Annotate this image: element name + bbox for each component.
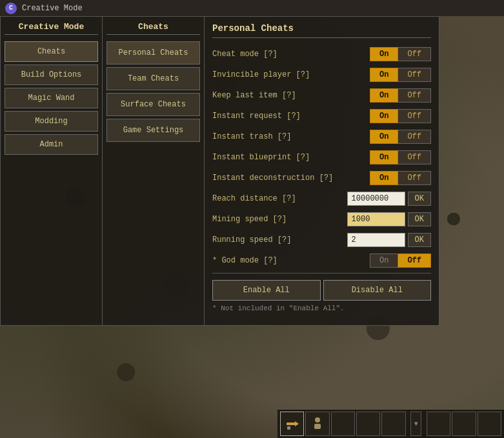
nav-admin[interactable]: Admin xyxy=(5,134,98,155)
toggle-instant-deconstruction-on[interactable]: On xyxy=(370,171,398,185)
toggle-keep-last-on[interactable]: On xyxy=(370,88,398,103)
input-group-mining: OK xyxy=(347,212,431,226)
toggle-keep-last-off[interactable]: Off xyxy=(398,88,431,103)
cheats-team[interactable]: Team Cheats xyxy=(106,67,200,90)
label-mining-speed: Mining speed [?] xyxy=(212,215,347,224)
ok-mining-speed[interactable]: OK xyxy=(408,212,431,226)
svg-marker-1 xyxy=(295,421,299,426)
toolbar-icon-7 xyxy=(455,415,473,433)
cheats-surface[interactable]: Surface Cheats xyxy=(106,93,200,116)
toolbar-slot-7[interactable] xyxy=(452,412,476,436)
toggle-instant-blueprint-off[interactable]: Off xyxy=(398,150,431,164)
nav-build-options[interactable]: Build Options xyxy=(5,65,98,85)
option-instant-trash: Instant trash [?] On Off xyxy=(212,128,431,145)
toggle-instant-deconstruction: On Off xyxy=(370,171,431,185)
option-god-mode: * God mode [?] On Off xyxy=(212,252,431,269)
label-running-speed: Running speed [?] xyxy=(212,235,347,244)
input-group-reach: OK xyxy=(347,192,431,206)
toolbar-scroll-button[interactable]: ▼ xyxy=(410,412,421,436)
toggle-instant-trash: On Off xyxy=(370,130,431,144)
toolbar-icon-5 xyxy=(385,415,403,433)
left-panel: Creative Mode Cheats Build Options Magic… xyxy=(0,16,102,326)
svg-rect-0 xyxy=(287,423,296,425)
toolbar-icon-3 xyxy=(334,415,352,433)
toggle-god-mode: On Off xyxy=(370,254,431,268)
option-mining-speed: Mining speed [?] OK xyxy=(212,211,431,228)
disable-all-button[interactable]: Disable All xyxy=(323,280,432,301)
toggle-invincible-player: On Off xyxy=(370,68,431,82)
label-instant-trash: Instant trash [?] xyxy=(212,132,370,141)
toggle-instant-deconstruction-off[interactable]: Off xyxy=(398,171,431,185)
option-running-speed: Running speed [?] OK xyxy=(212,232,431,248)
toolbar-slot-5[interactable] xyxy=(381,412,405,436)
toggle-invincible-on[interactable]: On xyxy=(370,68,398,82)
input-reach-distance[interactable] xyxy=(347,192,405,206)
action-buttons: Enable All Disable All xyxy=(212,280,431,301)
separator xyxy=(212,273,431,274)
toggle-cheat-mode: On Off xyxy=(370,47,431,61)
toolbar-icon-8 xyxy=(480,415,498,433)
input-running-speed[interactable] xyxy=(347,233,405,247)
ok-running-speed[interactable]: OK xyxy=(408,233,431,247)
title-bar: C Creative Mode xyxy=(0,0,504,16)
toolbar-slot-1[interactable] xyxy=(280,412,304,436)
option-instant-deconstruction: Instant deconstruction [?] On Off xyxy=(212,170,431,186)
toolbar-icon-1 xyxy=(283,415,301,433)
option-instant-blueprint: Instant blueprint [?] On Off xyxy=(212,149,431,166)
toggle-keep-last-item: On Off xyxy=(370,88,431,103)
input-mining-speed[interactable] xyxy=(347,212,405,226)
panels-wrapper: Creative Mode Cheats Build Options Magic… xyxy=(0,16,439,326)
label-reach-distance: Reach distance [?] xyxy=(212,194,347,203)
option-reach-distance: Reach distance [?] OK xyxy=(212,190,431,207)
toolbar-icon-4 xyxy=(359,415,378,433)
option-invincible-player: Invincible player [?] On Off xyxy=(212,66,431,83)
enable-all-button[interactable]: Enable All xyxy=(212,280,321,301)
toggle-god-mode-off[interactable]: Off xyxy=(398,254,431,268)
cheats-personal[interactable]: Personal Cheats xyxy=(106,41,200,65)
option-cheat-mode: Cheat mode [?] On Off xyxy=(212,46,431,63)
svg-rect-4 xyxy=(314,424,321,429)
label-cheat-mode: Cheat mode [?] xyxy=(212,50,370,59)
toggle-cheat-mode-off[interactable]: Off xyxy=(398,47,431,61)
label-keep-last-item: Keep last item [?] xyxy=(212,91,370,100)
toggle-instant-trash-off[interactable]: Off xyxy=(398,130,431,144)
nav-magic-wand[interactable]: Magic Wand xyxy=(5,88,98,108)
nav-cheats[interactable]: Cheats xyxy=(5,41,98,62)
right-panel-title: Personal Cheats xyxy=(212,23,431,38)
option-keep-last-item: Keep last item [?] On Off xyxy=(212,87,431,104)
toggle-invincible-off[interactable]: Off xyxy=(398,68,431,82)
toolbar-slot-8[interactable] xyxy=(478,412,501,436)
option-instant-request: Instant request [?] On Off xyxy=(212,108,431,124)
nav-modding[interactable]: Modding xyxy=(5,111,98,132)
toolbar-icon-6 xyxy=(430,415,448,433)
toggle-god-mode-on[interactable]: On xyxy=(370,254,398,268)
toolbar-slot-6[interactable] xyxy=(427,412,450,436)
toggle-instant-request-on[interactable]: On xyxy=(370,109,398,123)
toggle-instant-blueprint: On Off xyxy=(370,150,431,164)
middle-panel-title: Cheats xyxy=(106,22,200,35)
bottom-toolbar: ▼ xyxy=(277,409,504,438)
right-panel: Personal Cheats Cheat mode [?] On Off In… xyxy=(204,16,439,326)
label-invincible-player: Invincible player [?] xyxy=(212,70,370,79)
cheats-game-settings[interactable]: Game Settings xyxy=(106,119,200,142)
title-bar-text: Creative Mode xyxy=(22,4,83,13)
middle-panel: Cheats Personal Cheats Team Cheats Surfa… xyxy=(102,16,204,326)
label-instant-deconstruction: Instant deconstruction [?] xyxy=(212,174,370,183)
toolbar-slot-2[interactable] xyxy=(305,412,329,436)
label-god-mode: * God mode [?] xyxy=(212,256,370,265)
svg-rect-2 xyxy=(287,426,290,430)
toggle-cheat-mode-on[interactable]: On xyxy=(370,47,398,61)
label-instant-blueprint: Instant blueprint [?] xyxy=(212,153,370,162)
toggle-instant-blueprint-on[interactable]: On xyxy=(370,150,398,164)
input-group-running: OK xyxy=(347,233,431,247)
footnote: * Not included in "Enable All". xyxy=(212,304,431,312)
ok-reach-distance[interactable]: OK xyxy=(408,192,431,206)
toggle-instant-request: On Off xyxy=(370,109,431,123)
toolbar-icon-2 xyxy=(308,415,327,433)
toolbar-slot-4[interactable] xyxy=(356,412,380,436)
toolbar-slot-3[interactable] xyxy=(331,412,355,436)
toggle-instant-trash-on[interactable]: On xyxy=(370,130,398,144)
label-instant-request: Instant request [?] xyxy=(212,112,370,121)
toggle-instant-request-off[interactable]: Off xyxy=(398,109,431,123)
left-panel-title: Creative Mode xyxy=(5,22,98,35)
